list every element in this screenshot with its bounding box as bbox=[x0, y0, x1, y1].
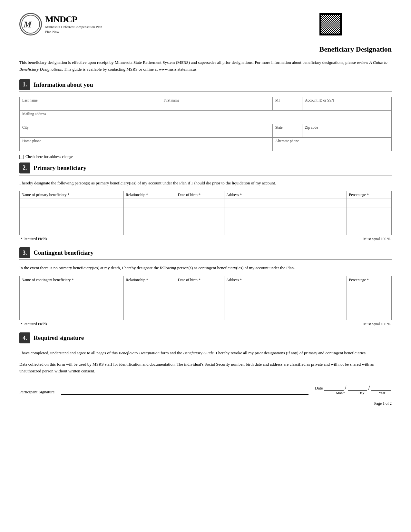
contingent-r3-dob[interactable] bbox=[176, 302, 224, 311]
primary-r3-addr[interactable] bbox=[224, 217, 347, 226]
section3-number: 3. bbox=[19, 247, 30, 258]
contingent-r4-rel[interactable] bbox=[124, 311, 176, 320]
state-label: State bbox=[275, 125, 299, 129]
primary-r4-dob[interactable] bbox=[176, 226, 224, 235]
signature-line: Participant Signature Date / / Month Day… bbox=[19, 384, 392, 395]
contingent-r3-addr[interactable] bbox=[224, 302, 347, 311]
contingent-r1-addr[interactable] bbox=[224, 284, 347, 293]
primary-r3-pct[interactable] bbox=[347, 217, 392, 226]
section1-title: Information about you bbox=[34, 81, 93, 88]
contingent-row-3 bbox=[20, 302, 392, 311]
primary-row-4 bbox=[20, 226, 392, 235]
contingent-r4-addr[interactable] bbox=[224, 311, 347, 320]
title-area: Beneficiary Designation bbox=[319, 13, 392, 54]
date-label: Date bbox=[315, 386, 323, 391]
section2-number: 2. bbox=[19, 163, 30, 173]
primary-required-label: * Required Fields bbox=[21, 237, 47, 241]
primary-r4-addr[interactable] bbox=[224, 226, 347, 235]
contingent-row-2 bbox=[20, 293, 392, 302]
address-change-checkbox[interactable] bbox=[19, 155, 24, 159]
last-name-cell: Last name bbox=[20, 97, 161, 110]
home-phone-cell: Home phone bbox=[20, 137, 273, 151]
primary-col-name: Name of primary beneficiary * bbox=[20, 191, 124, 199]
city-cell: City bbox=[20, 124, 273, 137]
section4-title: Required signature bbox=[34, 334, 84, 341]
primary-r1-dob[interactable] bbox=[176, 199, 224, 208]
intro-text: This beneficiary designation is effectiv… bbox=[19, 59, 392, 73]
contingent-r1-name[interactable] bbox=[20, 284, 124, 293]
month-caption: Month bbox=[331, 391, 350, 395]
page-title: Beneficiary Designation bbox=[319, 45, 392, 54]
contingent-r2-addr[interactable] bbox=[224, 293, 347, 302]
contingent-r3-pct[interactable] bbox=[347, 302, 392, 311]
account-id-label: Account ID or SSN bbox=[305, 98, 389, 102]
primary-r2-dob[interactable] bbox=[176, 208, 224, 217]
logo-sub-line1: Minnesota Deferred Compensation Plan bbox=[45, 25, 102, 29]
primary-col-relationship: Relationship * bbox=[124, 191, 176, 199]
logo-icon: M bbox=[19, 13, 42, 35]
primary-r4-rel[interactable] bbox=[124, 226, 176, 235]
section4-body1: I have completed, understand and agree t… bbox=[19, 350, 392, 357]
primary-r2-name[interactable] bbox=[20, 208, 124, 217]
first-name-label: First name bbox=[164, 98, 270, 102]
first-name-cell: First name bbox=[161, 97, 272, 110]
date-captions: Month Day Year bbox=[331, 391, 392, 395]
mailing-address-cell: Mailing address bbox=[20, 110, 392, 124]
primary-table-footer: * Required Fields Must equal 100 % bbox=[19, 237, 392, 241]
primary-row-2 bbox=[20, 208, 392, 217]
contingent-r2-dob[interactable] bbox=[176, 293, 224, 302]
contingent-row-4 bbox=[20, 311, 392, 320]
contingent-r2-pct[interactable] bbox=[347, 293, 392, 302]
contingent-r1-pct[interactable] bbox=[347, 284, 392, 293]
section1-header: 1. Information about you bbox=[19, 79, 392, 92]
section4-header: 4. Required signature bbox=[19, 332, 392, 345]
contingent-r1-rel[interactable] bbox=[124, 284, 176, 293]
contingent-r4-dob[interactable] bbox=[176, 311, 224, 320]
page-header: M MNDCP Minnesota Deferred Compensation … bbox=[19, 13, 392, 54]
primary-r1-pct[interactable] bbox=[347, 199, 392, 208]
primary-benef-table: Name of primary beneficiary * Relationsh… bbox=[19, 191, 392, 235]
logo-brand-text: MNDCP bbox=[45, 14, 102, 25]
contingent-r1-dob[interactable] bbox=[176, 284, 224, 293]
primary-r3-dob[interactable] bbox=[176, 217, 224, 226]
section2-header: 2. Primary beneficiary bbox=[19, 163, 392, 175]
date-year-field[interactable] bbox=[371, 384, 391, 391]
primary-col-address: Address * bbox=[224, 191, 347, 199]
contingent-col-address: Address * bbox=[224, 276, 347, 284]
address-change-wrapper: Check here for address change bbox=[19, 154, 73, 159]
contingent-r3-rel[interactable] bbox=[124, 302, 176, 311]
contingent-r4-name[interactable] bbox=[20, 311, 124, 320]
primary-r2-pct[interactable] bbox=[347, 208, 392, 217]
primary-r2-rel[interactable] bbox=[124, 208, 176, 217]
date-day-field[interactable] bbox=[348, 384, 367, 391]
date-area: Date / / Month Day Year bbox=[315, 384, 392, 395]
section1-number: 1. bbox=[19, 79, 30, 90]
primary-r1-rel[interactable] bbox=[124, 199, 176, 208]
primary-must-equal: Must equal 100 % bbox=[363, 237, 390, 241]
section3-title: Contingent beneficiary bbox=[34, 249, 93, 256]
city-label: City bbox=[22, 125, 270, 129]
primary-row-1 bbox=[20, 199, 392, 208]
zip-cell: Zip code bbox=[302, 124, 392, 137]
contingent-r3-name[interactable] bbox=[20, 302, 124, 311]
section4-body2: Data collected on this form will be used… bbox=[19, 361, 392, 375]
primary-r4-pct[interactable] bbox=[347, 226, 392, 235]
account-id-cell: Account ID or SSN bbox=[302, 97, 392, 110]
primary-r1-addr[interactable] bbox=[224, 199, 347, 208]
primary-r2-addr[interactable] bbox=[224, 208, 347, 217]
primary-r1-name[interactable] bbox=[20, 199, 124, 208]
date-month-field[interactable] bbox=[324, 384, 344, 391]
contingent-r4-pct[interactable] bbox=[347, 311, 392, 320]
primary-r3-name[interactable] bbox=[20, 217, 124, 226]
year-caption: Year bbox=[372, 391, 392, 395]
date-slash1: / bbox=[345, 385, 347, 391]
section4-number: 4. bbox=[19, 332, 30, 343]
contingent-r2-name[interactable] bbox=[20, 293, 124, 302]
zip-label: Zip code bbox=[305, 125, 389, 129]
primary-r4-name[interactable] bbox=[20, 226, 124, 235]
sig-underline[interactable] bbox=[61, 388, 308, 395]
contingent-r2-rel[interactable] bbox=[124, 293, 176, 302]
primary-r3-rel[interactable] bbox=[124, 217, 176, 226]
date-top: Date / / bbox=[315, 384, 391, 391]
primary-row-3 bbox=[20, 217, 392, 226]
